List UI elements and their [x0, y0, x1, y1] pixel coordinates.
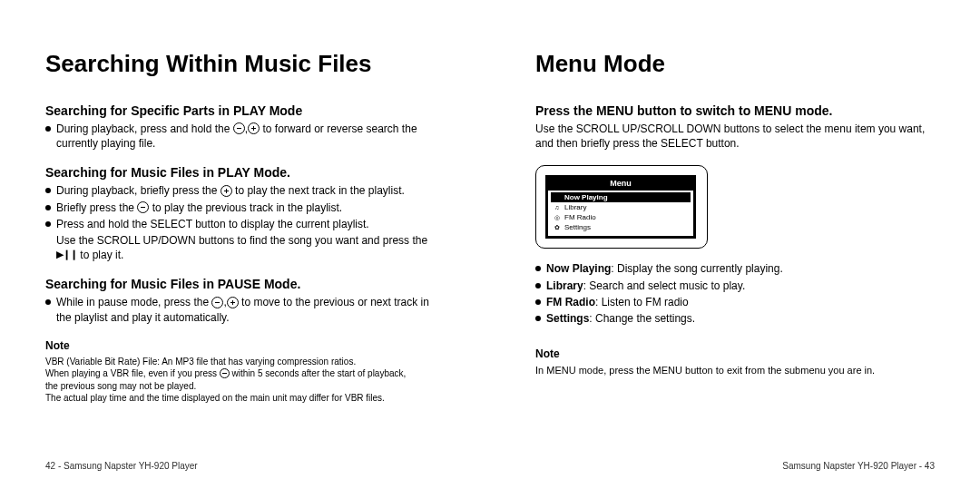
page-title-left: Searching Within Music Files — [45, 50, 445, 78]
heading-pause-files: Searching for Music Files in PAUSE Mode. — [45, 277, 445, 291]
radio-icon: ◎ — [553, 214, 561, 220]
note-label: Note — [45, 339, 445, 352]
device-menu-item-settings: ✿ Settings — [551, 222, 691, 232]
bullet-item: Now Playing: Display the song currently … — [535, 261, 935, 276]
bullet-item: Settings: Change the settings. — [535, 311, 935, 326]
note-line: When playing a VBR file, even if you pre… — [45, 367, 445, 380]
page-right: Menu Mode Press the MENU button to switc… — [490, 0, 980, 489]
bullet-item: Press and hold the SELECT button to disp… — [45, 217, 445, 231]
bullet-item: Briefly press the to play the previous t… — [45, 200, 445, 215]
note-line: The actual play time and the time displa… — [45, 392, 445, 405]
note-line: VBR (Variable Bit Rate) File: An MP3 fil… — [45, 356, 445, 368]
bullet-item: During playback, press and hold the , to… — [45, 122, 445, 151]
bullet-item: Library: Search and select music to play… — [535, 279, 935, 293]
indent-line: ▶❙❙ to play it. — [56, 248, 445, 262]
menu-intro: Press the MENU button to switch to MENU … — [535, 103, 935, 151]
section-play-specific: Searching for Specific Parts in PLAY Mod… — [45, 103, 445, 151]
device-screen: Menu ◉ Now Playing ♫ Library ◎ FM Radio — [535, 165, 708, 249]
minus-icon — [220, 368, 230, 378]
page-left: Searching Within Music Files Searching f… — [0, 0, 490, 489]
device-menu-item-fm-radio: ◎ FM Radio — [551, 212, 691, 222]
heading-play-files: Searching for Music Files in PLAY Mode. — [45, 165, 445, 180]
bullet-item: While in pause mode, press the , to move… — [45, 295, 445, 324]
minus-icon — [233, 122, 245, 134]
device-menu-item-now-playing: ◉ Now Playing — [551, 192, 691, 202]
plus-icon — [220, 185, 232, 197]
indent-line: Use the SCROLL UP/DOWN buttons to find t… — [56, 233, 445, 248]
device-menu-item-library: ♫ Library — [551, 202, 691, 212]
section-note-right: Note In MENU mode, press the MENU button… — [535, 347, 935, 377]
section-note-left: Note VBR (Variable Bit Rate) File: An MP… — [45, 339, 445, 405]
menu-definitions: Now Playing: Display the song currently … — [535, 261, 935, 326]
menu-intro-bold: Press the MENU button to switch to MENU … — [535, 103, 935, 118]
plus-icon — [248, 122, 260, 134]
section-play-files: Searching for Music Files in PLAY Mode. … — [45, 165, 445, 262]
page-footer-left: 42 - Samsung Napster YH-920 Player — [45, 461, 198, 471]
now-playing-icon: ◉ — [553, 194, 561, 200]
section-pause-files: Searching for Music Files in PAUSE Mode.… — [45, 277, 445, 324]
bullet-item: FM Radio: Listen to FM radio — [535, 295, 935, 309]
device-menu-list: ◉ Now Playing ♫ Library ◎ FM Radio ✿ Set… — [548, 191, 693, 236]
play-pause-icon: ▶❙❙ — [56, 250, 77, 259]
menu-intro-line: Use the SCROLL UP/SCROLL DOWN buttons to… — [535, 122, 935, 151]
minus-icon — [137, 201, 149, 213]
library-icon: ♫ — [553, 204, 561, 210]
plus-icon — [227, 297, 239, 308]
page-footer-right: Samsung Napster YH-920 Player - 43 — [782, 461, 935, 471]
note-label: Note — [535, 347, 935, 360]
note-line: the previous song may not be played. — [45, 380, 445, 393]
bullet-item: During playback, briefly press the to pl… — [45, 183, 445, 198]
manual-spread: Searching Within Music Files Searching f… — [0, 0, 980, 489]
minus-icon — [211, 297, 223, 308]
note-line: In MENU mode, press the MENU button to e… — [535, 364, 935, 377]
page-title-right: Menu Mode — [535, 50, 935, 78]
device-screen-title: Menu — [548, 178, 693, 191]
settings-icon: ✿ — [553, 224, 561, 230]
heading-play-specific: Searching for Specific Parts in PLAY Mod… — [45, 103, 445, 118]
